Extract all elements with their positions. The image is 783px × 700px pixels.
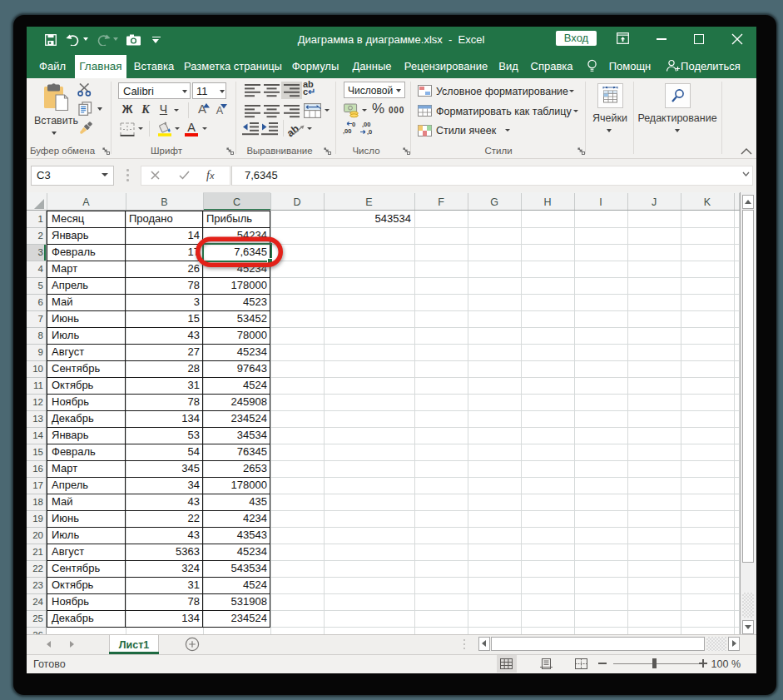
svg-text:0: 0 bbox=[352, 121, 355, 128]
svg-text:,0: ,0 bbox=[367, 128, 372, 135]
svg-text:,00: ,00 bbox=[343, 127, 351, 135]
svg-text:,00: ,00 bbox=[362, 121, 370, 128]
